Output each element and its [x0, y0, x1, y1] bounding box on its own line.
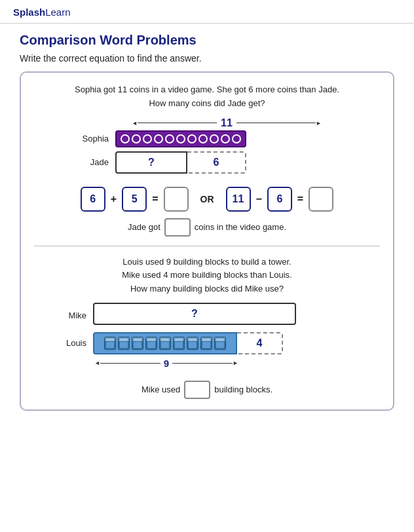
got-after: coins in the video game.: [195, 222, 286, 232]
got-before: Jade got: [128, 222, 160, 232]
svg-rect-1: [105, 338, 115, 341]
louis-block: [118, 337, 130, 350]
jade-answer-input[interactable]: [164, 218, 191, 237]
eq1-eq: =: [152, 193, 158, 205]
jade-extra-box: 6: [187, 151, 246, 174]
svg-rect-15: [202, 338, 211, 341]
p1-line2: How many coins did Jade get?: [149, 98, 265, 108]
problem1-text: Sophia got 11 coins in a video game. She…: [34, 83, 380, 111]
louis-block: [173, 337, 185, 350]
used-after: building blocks.: [214, 385, 273, 394]
worksheet-card: Sophia got 11 coins in a video game. She…: [20, 71, 394, 411]
divider: [34, 246, 380, 246]
sophia-label: Sophia: [76, 134, 115, 143]
svg-rect-2: [119, 340, 128, 349]
svg-rect-9: [160, 338, 170, 341]
sophia-dot: [198, 134, 208, 143]
svg-rect-13: [188, 338, 197, 341]
sophia-bar: [115, 130, 246, 147]
used-before: Mike used: [141, 385, 180, 394]
eq2-val1: 11: [226, 187, 251, 212]
mike-used-row: Mike used building blocks.: [34, 381, 380, 399]
sophia-dot: [154, 134, 163, 143]
svg-rect-5: [133, 338, 142, 341]
sophia-dot: [165, 134, 174, 143]
eq1-answer[interactable]: [164, 187, 189, 212]
svg-rect-16: [216, 340, 225, 349]
svg-rect-12: [188, 340, 197, 349]
jade-bar-group: ? 6: [115, 151, 246, 174]
page-content: Comparison Word Problems Write the corre…: [0, 24, 414, 424]
sophia-dot: [232, 134, 241, 143]
or-text: OR: [200, 194, 214, 204]
header: SplashLearn: [0, 0, 414, 24]
louis-row: Louis: [54, 332, 380, 354]
problem2-text: Louis used 9 building blocks to build a …: [34, 256, 380, 296]
svg-rect-4: [133, 340, 142, 349]
p2-line1: Louis used 9 building blocks to build a …: [122, 257, 291, 267]
sophia-bar-section: ◄ 11 ► Sophia Jade ? 6: [34, 117, 380, 178]
mike-bar: ?: [93, 303, 296, 325]
mike-question: ?: [191, 308, 198, 320]
eq2-val2: 6: [267, 187, 292, 212]
louis-block: [104, 337, 116, 350]
equation-section: 6 + 5 = OR 11 − 6 =: [34, 187, 380, 212]
eq1-op: +: [111, 193, 117, 205]
sophia-total-label: 11: [217, 117, 236, 129]
louis-block: [159, 337, 171, 350]
louis-extra-box: 4: [237, 332, 283, 354]
louis-arrow-row: ◄ 9 ►: [94, 358, 238, 369]
svg-rect-6: [147, 340, 156, 349]
svg-rect-0: [105, 340, 115, 349]
jade-got-row: Jade got coins in the video game.: [34, 218, 380, 237]
mike-answer-input[interactable]: [184, 381, 210, 399]
eq2-answer[interactable]: [309, 187, 333, 212]
svg-rect-17: [216, 338, 225, 341]
eq2-op: −: [256, 193, 262, 205]
logo-splash: Splash: [13, 7, 45, 18]
louis-bar-group: 4: [93, 332, 283, 354]
eq1-val1: 6: [81, 187, 105, 212]
p2-line2: Mike used 4 more building blocks than Lo…: [122, 270, 292, 280]
mike-row: Mike ?: [54, 303, 380, 329]
mike-label: Mike: [54, 311, 93, 320]
svg-rect-8: [160, 340, 170, 349]
svg-rect-7: [147, 338, 156, 341]
eq2-eq: =: [297, 193, 303, 205]
sophia-dot: [210, 134, 219, 143]
louis-label: Louis: [54, 338, 93, 348]
p1-line1: Sophia got 11 coins in a video game. She…: [75, 85, 339, 94]
page-instruction: Write the correct equation to find the a…: [20, 53, 394, 64]
page-title: Comparison Word Problems: [20, 33, 394, 48]
louis-total-label: 9: [160, 358, 172, 369]
louis-block: [187, 337, 198, 350]
sophia-dot: [176, 134, 185, 143]
sophia-dot: [187, 134, 197, 143]
p2-line3: How many building blocks did Mike use?: [130, 284, 284, 294]
louis-block: [132, 337, 143, 350]
louis-block: [214, 337, 226, 350]
jade-label: Jade: [76, 157, 115, 167]
sophia-row: Sophia: [76, 130, 338, 147]
eq1-val2: 5: [122, 187, 147, 212]
logo-learn: Learn: [45, 7, 70, 18]
sophia-dot: [132, 134, 141, 143]
svg-rect-14: [202, 340, 211, 349]
sophia-dot: [221, 134, 230, 143]
louis-block: [200, 337, 212, 350]
jade-question-box: ?: [115, 151, 187, 174]
louis-block: [145, 337, 157, 350]
louis-blocks: [93, 332, 237, 354]
sophia-dot: [143, 134, 152, 143]
svg-rect-11: [174, 338, 183, 341]
svg-rect-3: [119, 338, 128, 341]
logo: SplashLearn: [13, 7, 401, 18]
sophia-dot: [121, 134, 130, 143]
jade-row: Jade ? 6: [76, 151, 338, 174]
svg-rect-10: [174, 340, 183, 349]
